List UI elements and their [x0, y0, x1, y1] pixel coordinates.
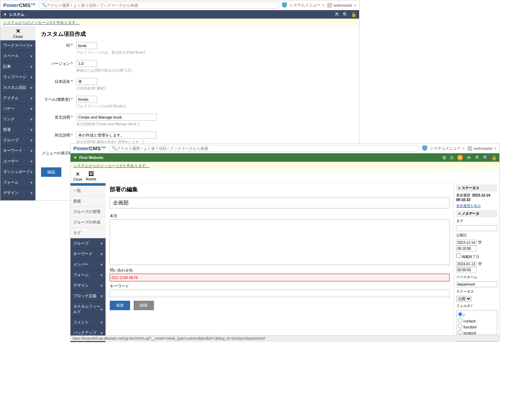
- sidebar-item[interactable]: アイテム∨: [0, 93, 35, 104]
- history-link[interactable]: 更新履歴を表示: [456, 204, 481, 208]
- sidebar-item[interactable]: グループ∨: [70, 238, 106, 249]
- field-input-en_desc[interactable]: [76, 114, 157, 121]
- delete-button[interactable]: 削除: [134, 301, 154, 310]
- bookmark-icon[interactable]: [282, 2, 287, 8]
- search-box[interactable]: 🔍: [39, 2, 279, 9]
- sidebar-item[interactable]: ブロック定義∨: [70, 291, 106, 301]
- field-input-japanese[interactable]: [76, 78, 97, 85]
- tag-input[interactable]: [456, 225, 497, 231]
- chevron-down-icon: ∨: [354, 3, 356, 7]
- chevron-down-icon: ∨: [30, 159, 33, 163]
- lock-icon[interactable]: 🔓: [492, 155, 497, 160]
- enddate-checkbox[interactable]: [456, 253, 461, 258]
- user-menu[interactable]: webmaster ∨: [327, 3, 356, 8]
- chevron-down-icon: ∨: [100, 284, 103, 287]
- title-input[interactable]: [110, 198, 450, 208]
- memo-input[interactable]: [456, 341, 497, 342]
- sidebar-item[interactable]: デザイン∨: [70, 280, 106, 291]
- sidebar-item-active[interactable]: [70, 183, 106, 186]
- body-textarea[interactable]: [110, 219, 450, 265]
- folder-radio[interactable]: [458, 330, 463, 334]
- bookmark-icon[interactable]: [422, 146, 427, 151]
- confirm-button[interactable]: 確認: [41, 167, 61, 177]
- open-icon[interactable]: ⇱: [475, 155, 480, 160]
- sidebar-item[interactable]: カスタムフィールド∨: [70, 301, 106, 317]
- sidebar-item[interactable]: ユーザー∨: [0, 156, 35, 167]
- folder-option[interactable]: product/: [458, 329, 496, 335]
- sidebar-item[interactable]: コメント∨: [70, 317, 106, 328]
- meta-header[interactable]: ∧ メタデータ: [456, 210, 497, 217]
- close-button[interactable]: ✕Close: [73, 171, 82, 181]
- folder-radio[interactable]: [458, 312, 463, 316]
- sidebar-item[interactable]: ウェブページ∨: [0, 72, 35, 82]
- sidebar-item[interactable]: グループの管理: [70, 207, 106, 217]
- open-icon[interactable]: ⇱: [335, 12, 339, 17]
- sidebar: 一覧新規グループの管理グループの作成タグ グループ∨キーワード∨メンバー∨フォー…: [70, 183, 106, 342]
- endtime-input[interactable]: [456, 267, 477, 273]
- sidebar-item[interactable]: リンク∨: [0, 114, 35, 125]
- lock-icon[interactable]: 🔓: [351, 12, 356, 17]
- sidebar-item[interactable]: キーワード∨: [0, 146, 35, 156]
- status-header[interactable]: ∧ ステータス: [456, 185, 497, 192]
- sidebar-item[interactable]: ワークスペース∨: [0, 40, 35, 51]
- next-link[interactable]: 次: [450, 155, 454, 160]
- save-button[interactable]: 保存: [110, 301, 130, 310]
- folder-option[interactable]: /: [458, 312, 496, 318]
- folder-radio[interactable]: [458, 318, 463, 322]
- sidebar-item[interactable]: デザイン∨: [0, 188, 35, 198]
- field-input-id[interactable]: [76, 42, 97, 49]
- sidebar-item[interactable]: グループの作成: [70, 217, 106, 228]
- search-box[interactable]: 🔍: [109, 145, 419, 152]
- refresh-icon[interactable]: ⟳: [466, 155, 471, 160]
- sidebar-item[interactable]: 記事∨: [0, 61, 35, 72]
- brand: PowerCMS™: [73, 145, 106, 151]
- field-label: ラベル(複数形) *: [41, 96, 76, 102]
- sidebar-item[interactable]: グループ∨: [0, 135, 35, 146]
- calendar-icon[interactable]: 📅: [478, 241, 482, 245]
- keyword-input[interactable]: [110, 289, 450, 297]
- system-menu[interactable]: システムメニュー ∨: [290, 2, 324, 8]
- close-button[interactable]: ✕Close: [0, 26, 35, 40]
- sidebar-item[interactable]: タグ: [70, 228, 106, 238]
- sidebar-item[interactable]: フォーム∨: [70, 270, 106, 280]
- search-input[interactable]: [117, 146, 416, 151]
- sidebar-item[interactable]: 新規: [70, 196, 106, 207]
- prev-link[interactable]: 前: [443, 155, 446, 160]
- sidebar-item[interactable]: 部署∨: [0, 125, 35, 135]
- sidebar-item[interactable]: フォーム∨: [0, 177, 35, 188]
- assets-button[interactable]: 🖼Assets: [86, 171, 96, 181]
- add-icon[interactable]: +: [457, 155, 463, 160]
- chevron-down-icon: ∨: [100, 252, 103, 256]
- folder-list[interactable]: / contact/ function/ product/ productb/: [456, 310, 497, 335]
- sidebar-item[interactable]: 一覧: [70, 186, 106, 196]
- search-icon[interactable]: 🔍: [483, 155, 488, 160]
- calendar-icon[interactable]: 📅: [478, 262, 482, 266]
- messages-link[interactable]: システムからのメッセージが1 件あります。: [73, 163, 150, 168]
- pubdate-input[interactable]: [456, 240, 477, 246]
- search-icon[interactable]: 🔍: [343, 12, 348, 17]
- sidebar-item[interactable]: バナー∨: [0, 104, 35, 114]
- basename-input[interactable]: [456, 281, 497, 287]
- field-input-version[interactable]: [76, 60, 97, 67]
- field-hint: 日本語名(例:'書籍')。: [76, 86, 353, 91]
- contact-input[interactable]: [110, 274, 450, 281]
- field-input-ja_desc[interactable]: [76, 132, 157, 139]
- sidebar-item[interactable]: スペース∨: [0, 51, 35, 61]
- sidebar-item[interactable]: ダッシュボード∨: [0, 167, 35, 177]
- field-input-plural[interactable]: [76, 96, 97, 103]
- enddate-input[interactable]: [456, 261, 477, 267]
- sidebar-item[interactable]: メンバー∨: [70, 259, 106, 270]
- status-label: ステータス: [456, 289, 497, 294]
- sidebar-item[interactable]: キーワード∨: [70, 249, 106, 259]
- folder-radio[interactable]: [458, 324, 463, 328]
- status-select[interactable]: 公開: [456, 296, 472, 302]
- pubtime-input[interactable]: [456, 246, 477, 252]
- sidebar-item[interactable]: カスタムフィールド∨: [0, 198, 35, 200]
- folder-option[interactable]: function/: [458, 324, 496, 329]
- system-menu[interactable]: システムメニュー ∨: [430, 146, 465, 151]
- messages-link[interactable]: システムからのメッセージが1 件あります。: [3, 20, 80, 25]
- user-menu[interactable]: webmaster ∨: [467, 146, 497, 151]
- sidebar-item[interactable]: カスタム項目∨: [0, 82, 35, 93]
- search-input[interactable]: [47, 3, 276, 7]
- folder-option[interactable]: contact/: [458, 318, 496, 324]
